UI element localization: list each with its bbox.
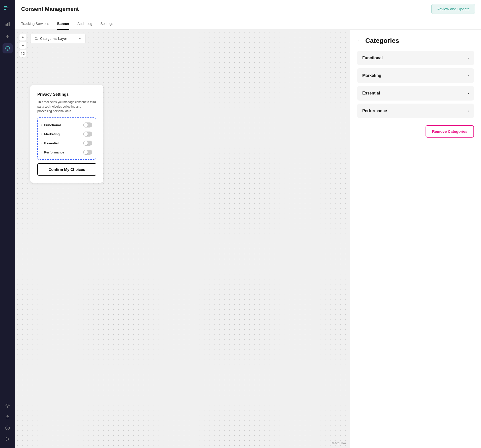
panel-arrow-marketing: › <box>468 73 469 78</box>
chevron-icon-performance: › <box>41 151 42 154</box>
svg-point-8 <box>7 48 7 48</box>
panel-title: Categories <box>365 37 399 45</box>
category-row-functional: › Functional <box>40 120 93 130</box>
panel-category-name-performance: Performance <box>362 109 387 113</box>
panel-category-name-essential: Essential <box>362 91 380 95</box>
header: Consent Management Review and Update <box>15 0 481 18</box>
help-icon[interactable]: ? <box>3 423 13 433</box>
category-name-marketing: Marketing <box>44 132 81 136</box>
back-arrow-icon[interactable]: ← <box>357 38 362 44</box>
svg-marker-6 <box>6 34 9 38</box>
toggle-marketing[interactable] <box>83 132 92 137</box>
category-row-performance: › Performance <box>40 148 93 157</box>
privacy-widget-description: This tool helps you manage consent to th… <box>37 100 96 113</box>
bolt-icon[interactable] <box>3 31 13 41</box>
chevron-icon-essential: › <box>41 142 42 145</box>
toggle-functional[interactable] <box>83 122 92 127</box>
svg-rect-4 <box>7 23 8 26</box>
remove-categories-button[interactable]: Remove Categories <box>426 125 474 138</box>
logout-icon[interactable] <box>3 434 13 444</box>
canvas-controls: + − <box>19 34 26 57</box>
zoom-in-button[interactable]: + <box>19 34 26 41</box>
gear-icon[interactable] <box>3 401 13 411</box>
privacy-widget-title: Privacy Settings <box>37 92 96 97</box>
confirm-choices-button[interactable]: Confirm My Choices <box>37 163 96 176</box>
svg-rect-2 <box>4 9 6 10</box>
main-content: Consent Management Review and Update Tra… <box>15 0 481 448</box>
panel-arrow-performance: › <box>468 109 469 113</box>
panel-category-marketing[interactable]: Marketing › <box>357 68 474 83</box>
svg-point-12 <box>7 405 8 406</box>
panel-category-name-marketing: Marketing <box>362 73 381 78</box>
panel-category-performance[interactable]: Performance › <box>357 104 474 118</box>
tab-audit[interactable]: Audit Log <box>77 18 92 30</box>
svg-point-11 <box>8 49 9 49</box>
review-update-button[interactable]: Review and Update <box>431 4 475 14</box>
page-title: Consent Management <box>21 6 79 12</box>
svg-rect-0 <box>4 6 7 7</box>
toggle-performance[interactable] <box>83 150 92 155</box>
chevron-icon-marketing: › <box>41 133 42 136</box>
svg-rect-3 <box>6 24 7 26</box>
layer-selector[interactable]: Categories Layer <box>30 34 86 43</box>
toggle-essential[interactable] <box>83 141 92 146</box>
svg-rect-1 <box>4 8 9 8</box>
privacy-widget: Privacy Settings This tool helps you man… <box>30 85 103 183</box>
svg-rect-16 <box>21 52 24 55</box>
svg-line-18 <box>37 39 38 40</box>
react-flow-label: React Flow <box>331 441 346 445</box>
panel-category-functional[interactable]: Functional › <box>357 51 474 65</box>
svg-point-17 <box>35 37 37 40</box>
category-row-marketing: › Marketing <box>40 130 93 139</box>
body-split: + − Categories Layer <box>15 30 481 448</box>
cookie-icon[interactable] <box>3 43 13 53</box>
svg-point-7 <box>6 46 10 50</box>
category-row-essential: › Essential <box>40 139 93 148</box>
layer-selector-text: Categories Layer <box>40 37 76 41</box>
panel-arrow-essential: › <box>468 91 469 95</box>
category-name-performance: Performance <box>44 150 81 154</box>
chart-icon[interactable] <box>3 19 13 29</box>
logo-icon[interactable] <box>4 4 12 13</box>
svg-rect-13 <box>6 418 9 418</box>
zoom-out-button[interactable]: − <box>19 42 26 49</box>
download-icon[interactable] <box>3 412 13 422</box>
sidebar-bottom: ? <box>3 401 13 444</box>
tab-tracking[interactable]: Tracking Services <box>21 18 49 30</box>
tab-banner[interactable]: Banner <box>57 18 69 30</box>
panel-category-essential[interactable]: Essential › <box>357 86 474 101</box>
chevron-icon-functional: › <box>41 124 42 126</box>
canvas-area: + − Categories Layer <box>15 30 350 448</box>
svg-text:?: ? <box>7 426 9 430</box>
svg-point-10 <box>7 49 8 50</box>
panel-arrow-functional: › <box>468 56 469 60</box>
tab-settings[interactable]: Settings <box>100 18 113 30</box>
sidebar: ? <box>0 0 15 448</box>
panel-category-name-functional: Functional <box>362 56 383 60</box>
svg-rect-5 <box>9 22 10 26</box>
categories-box: › Functional › Marketing › Essential <box>37 117 96 160</box>
tabs-bar: Tracking Services Banner Audit Log Setti… <box>15 18 481 30</box>
category-name-essential: Essential <box>44 141 81 145</box>
right-panel: ← Categories Functional › Marketing › Es… <box>350 30 481 448</box>
category-name-functional: Functional <box>44 123 81 127</box>
panel-header: ← Categories <box>357 37 474 45</box>
svg-point-9 <box>8 47 8 48</box>
fit-button[interactable] <box>19 50 26 57</box>
